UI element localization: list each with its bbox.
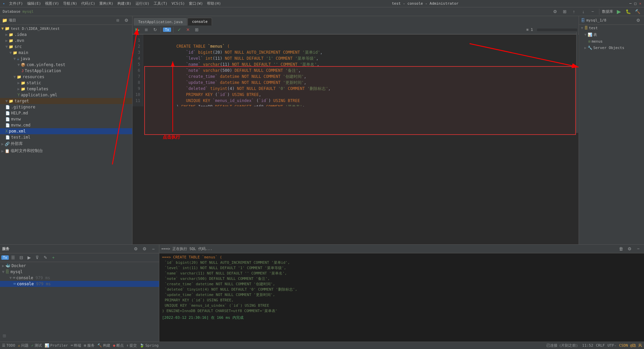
exec-refresh-btn[interactable]: ↻ [151, 26, 159, 34]
test-item[interactable]: ✓ 测试 [31, 343, 42, 348]
svc-grid[interactable]: ⊟ [17, 254, 25, 261]
menu-refactor[interactable]: 重构(R) [99, 1, 113, 6]
run-button[interactable]: ▶ [615, 8, 623, 15]
csdn-item: CSDN @隐 风 [619, 343, 642, 348]
svc-console-parent[interactable]: ▼ ⌨ console 979 ms [0, 275, 159, 281]
settings-tree[interactable]: ⚙ [123, 17, 130, 24]
tree-testapp[interactable]: J TestApplication [0, 68, 132, 74]
menu-nav[interactable]: 导航(N) [63, 1, 77, 6]
con-settings[interactable]: ⚙ [626, 245, 633, 253]
terminal-item[interactable]: ⌨ 终端 [71, 343, 82, 348]
tree-resources[interactable]: ▼ 📁 resources [0, 74, 132, 80]
menu-view[interactable]: 视图(V) [45, 1, 59, 6]
problems-item[interactable]: ⚠ 问题 [18, 343, 29, 348]
con-parent-label: console [16, 276, 33, 280]
tree-pom[interactable]: X pom.xml [0, 128, 132, 134]
breakpoints-item[interactable]: ● 断点 [113, 343, 124, 348]
toolbar-settings[interactable]: ⚙ [551, 8, 559, 15]
collapse-all[interactable]: ⊟ [114, 17, 121, 24]
tree-package[interactable]: ▼ 📦 com.yinfeng.test [0, 62, 132, 68]
svc-filter[interactable]: ⊽ [34, 254, 41, 261]
editor-area: TestApplication.java console ▶ ⏹ ↻ Tx ✓ … [132, 16, 579, 244]
debug-button[interactable]: 🐛 [625, 8, 632, 15]
toolbar-down[interactable]: ↓ [580, 8, 587, 15]
tree-templates[interactable]: ▶ 📁 templates [0, 86, 132, 92]
menu-help[interactable]: 帮助(H) [207, 1, 221, 6]
rp-settings[interactable]: ⚙ [635, 17, 642, 24]
tree-idea[interactable]: ▶ 📁 .idea [0, 32, 132, 38]
svc-console-item[interactable]: ⌨ console 979 ms [0, 281, 159, 287]
tab-console[interactable]: console [187, 18, 212, 26]
tree-iml[interactable]: 📄 test.iml [0, 134, 132, 140]
tree-app-yml[interactable]: Y application.yml [0, 92, 132, 98]
tree-gitignore[interactable]: 📄 .gitignore [0, 104, 132, 110]
db-menus-table[interactable]: ⊞ menus [579, 38, 644, 45]
services-status-item[interactable]: ⊞ 服务 [84, 343, 95, 348]
con-arrow: ▼ [9, 276, 12, 280]
con-clear[interactable]: 🗑 [617, 245, 625, 253]
maximize-btn[interactable]: □ [634, 1, 637, 6]
tree-mvnw[interactable]: 📄 mvnw [0, 116, 132, 122]
svc-docker[interactable]: ▶ 🐳 Docker [0, 263, 159, 269]
tree-main[interactable]: ▼ 📁 main [0, 50, 132, 56]
mvn-label: .mvn [14, 38, 24, 43]
todo-item[interactable]: ☰ TODO [2, 343, 15, 348]
java-label: java [20, 56, 30, 61]
exec-check[interactable]: ✓ [175, 26, 183, 34]
svc-mysql[interactable]: ▼ 🗄 mysql [0, 269, 159, 275]
spring-item[interactable]: 🍃 Spring [140, 343, 159, 348]
tree-scratches[interactable]: ▶ 📋 临时文件和控制台 [0, 147, 132, 154]
toolbar-minus[interactable]: − [589, 8, 596, 15]
console-output[interactable]: ===> CREATE TABLE `menus` ( `id` bigint(… [159, 253, 644, 342]
menu-edit[interactable]: 编辑(E) [27, 1, 41, 6]
tree-static[interactable]: ▶ 📁 static [0, 80, 132, 86]
svc-config[interactable]: ⚙ [141, 245, 148, 253]
svc-run-svc[interactable]: ▶ [25, 254, 33, 261]
bottom-area: 服务 ⚙ ⚙ − Tx ☰ ⊟ ▶ ⊽ ✎ + ▶ 🐳 Docker [0, 244, 644, 342]
build-button[interactable]: 🔨 [634, 8, 641, 15]
tree-src[interactable]: ▼ 📁 src [0, 44, 132, 50]
svc-list[interactable]: ☰ [9, 254, 17, 261]
tab-testapp[interactable]: TestApplication.java [134, 18, 187, 26]
tree-target[interactable]: ▼ 📁 target [0, 98, 132, 104]
charset-item[interactable]: UTF- [607, 343, 616, 348]
svc-close[interactable]: − [150, 245, 157, 253]
tree-java[interactable]: ▼ ☕ java [0, 56, 132, 62]
exec-stop-btn[interactable]: ⏹ [143, 26, 150, 34]
menu-tools[interactable]: 工具(T) [154, 1, 168, 6]
git-item[interactable]: ↑ 提交 [126, 343, 137, 348]
code-area[interactable]: 1 2 3 4 5 6 7 8 9 10 11 CREATE TABLE `me… [132, 35, 579, 244]
close-btn[interactable]: ✕ [639, 1, 641, 6]
menu-file[interactable]: 文件(F) [9, 1, 23, 6]
svc-edit[interactable]: ✎ [42, 254, 49, 261]
code-content[interactable]: CREATE TABLE `menus` ( `id` bigint(20) N… [143, 35, 579, 106]
crlf-item[interactable]: CRLF [596, 343, 605, 348]
menu-run[interactable]: 运行(U) [136, 1, 150, 6]
menu-vcs[interactable]: VCS(S) [172, 1, 185, 6]
menu-build[interactable]: 构建(B) [117, 1, 131, 6]
svc-add[interactable]: + [50, 254, 57, 261]
root-icon: 📁 [5, 26, 10, 31]
tree-help[interactable]: 📄 HELP.md [0, 110, 132, 116]
menu-window[interactable]: 窗口(W) [189, 1, 203, 6]
build-item[interactable]: 🔨 构建 [97, 343, 110, 348]
exec-x[interactable]: ✕ [184, 26, 192, 34]
tree-root[interactable]: ▼ 📁 test D:\IDEA_JAVA\test [0, 26, 132, 32]
tree-mvnw-cmd[interactable]: 📄 mvnw.cmd [0, 122, 132, 128]
db-test[interactable]: ▼ 🗄 test [579, 25, 644, 31]
time-label: 11:52 [582, 343, 593, 348]
svc-settings[interactable]: ⚙ [132, 245, 140, 253]
db-server-obj[interactable]: ▶ 🔧 Server Objects [579, 45, 644, 51]
tree-external[interactable]: ▶ 🔗 外部库 [0, 140, 132, 147]
exec-run-btn[interactable]: ▶ [134, 26, 141, 34]
db-tables-folder[interactable]: ▼ 📊 表 [579, 31, 644, 38]
menu-code[interactable]: 代码(C) [81, 1, 95, 6]
profiler-item[interactable]: 📊 Profiler [45, 343, 68, 348]
toolbar-layout[interactable]: ⊞ [561, 8, 568, 15]
menus-icon: ⊞ [588, 39, 591, 44]
exec-table[interactable]: ⊞ [193, 26, 200, 34]
con-close[interactable]: − [635, 245, 642, 253]
toolbar-up[interactable]: ↑ [570, 8, 578, 15]
tree-mvn[interactable]: ▶ 📁 .mvn [0, 38, 132, 44]
minimize-btn[interactable]: ─ [629, 1, 632, 6]
